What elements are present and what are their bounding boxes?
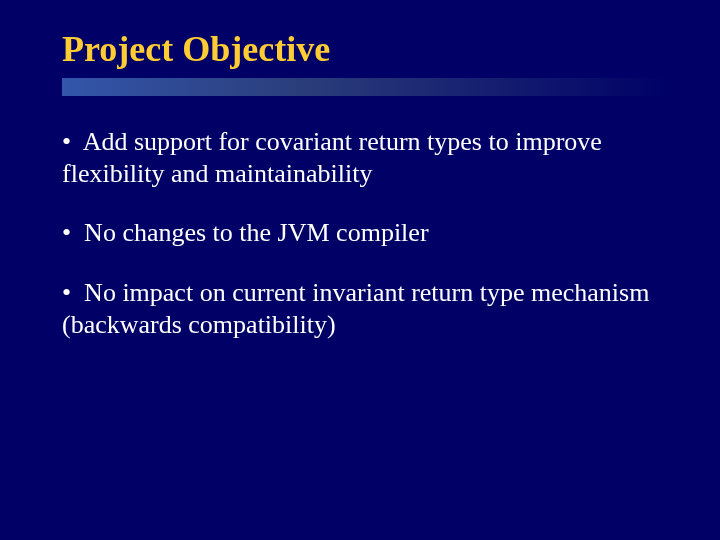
title-area: Project Objective (0, 0, 720, 70)
bullet-mark-icon: • (62, 278, 71, 307)
bullet-mark-icon: • (62, 127, 71, 156)
bullet-text: No impact on current invariant return ty… (62, 278, 649, 339)
title-underline (62, 78, 672, 96)
bullet-text: Add support for covariant return types t… (62, 127, 602, 188)
bullet-mark-icon: • (62, 218, 71, 247)
bullet-item: • No impact on current invariant return … (62, 277, 662, 340)
slide: Project Objective • Add support for cova… (0, 0, 720, 540)
bullet-text: No changes to the JVM compiler (78, 218, 429, 247)
slide-title: Project Objective (62, 28, 720, 70)
content-area: • Add support for covariant return types… (62, 126, 662, 369)
bullet-item: • No changes to the JVM compiler (62, 217, 662, 249)
bullet-item: • Add support for covariant return types… (62, 126, 662, 189)
